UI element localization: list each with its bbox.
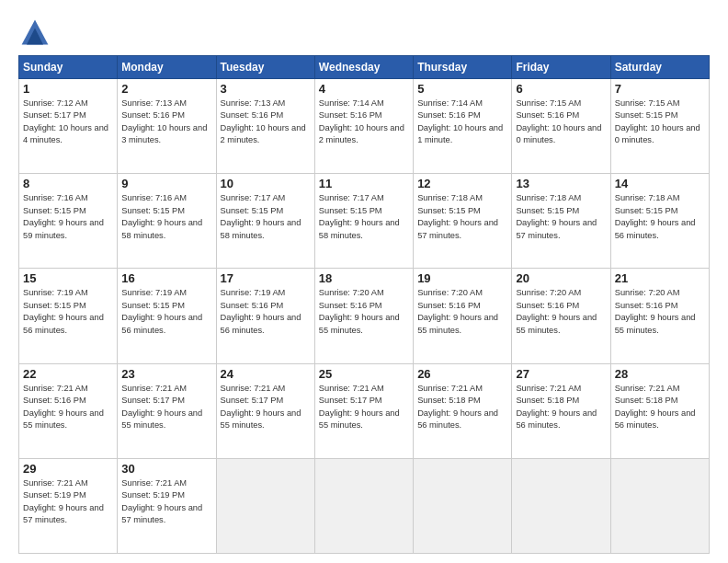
calendar-cell: 15 Sunrise: 7:19 AM Sunset: 5:15 PM Dayl… [19, 269, 118, 363]
calendar-cell: 13 Sunrise: 7:18 AM Sunset: 5:15 PM Dayl… [512, 174, 610, 269]
calendar-cell: 9 Sunrise: 7:16 AM Sunset: 5:15 PM Dayli… [118, 174, 216, 269]
calendar-week-row: 8 Sunrise: 7:16 AM Sunset: 5:15 PM Dayli… [19, 174, 710, 269]
day-number: 15 [23, 271, 113, 285]
calendar-cell: 7 Sunrise: 7:15 AM Sunset: 5:15 PM Dayli… [610, 79, 709, 174]
calendar-cell: 16 Sunrise: 7:19 AM Sunset: 5:15 PM Dayl… [118, 269, 216, 363]
day-of-week-header: Monday [118, 56, 216, 79]
calendar-week-row: 15 Sunrise: 7:19 AM Sunset: 5:15 PM Dayl… [19, 269, 710, 363]
day-number: 1 [23, 82, 113, 96]
day-info: Sunrise: 7:19 AM Sunset: 5:15 PM Dayligh… [23, 287, 113, 337]
calendar-cell: 1 Sunrise: 7:12 AM Sunset: 5:17 PM Dayli… [19, 79, 118, 174]
calendar-cell: 5 Sunrise: 7:14 AM Sunset: 5:16 PM Dayli… [414, 79, 512, 174]
calendar-cell: 29 Sunrise: 7:21 AM Sunset: 5:19 PM Dayl… [19, 458, 118, 553]
day-number: 12 [417, 177, 507, 190]
calendar-cell: 19 Sunrise: 7:20 AM Sunset: 5:16 PM Dayl… [414, 269, 512, 363]
day-number: 20 [516, 271, 606, 285]
day-of-week-header: Thursday [414, 56, 512, 79]
day-info: Sunrise: 7:20 AM Sunset: 5:16 PM Dayligh… [516, 287, 606, 337]
day-info: Sunrise: 7:13 AM Sunset: 5:16 PM Dayligh… [221, 98, 311, 147]
day-number: 27 [516, 367, 606, 381]
logo-icon [18, 15, 51, 48]
calendar-cell: 17 Sunrise: 7:19 AM Sunset: 5:16 PM Dayl… [216, 269, 314, 363]
day-number: 9 [121, 177, 211, 190]
day-info: Sunrise: 7:14 AM Sunset: 5:16 PM Dayligh… [319, 98, 409, 147]
calendar-cell: 6 Sunrise: 7:15 AM Sunset: 5:16 PM Dayli… [512, 79, 610, 174]
day-info: Sunrise: 7:21 AM Sunset: 5:16 PM Dayligh… [23, 383, 113, 432]
page: SundayMondayTuesdayWednesdayThursdayFrid… [0, 0, 728, 563]
calendar-cell: 23 Sunrise: 7:21 AM Sunset: 5:17 PM Dayl… [118, 363, 216, 458]
calendar-week-row: 22 Sunrise: 7:21 AM Sunset: 5:16 PM Dayl… [19, 363, 710, 458]
day-info: Sunrise: 7:21 AM Sunset: 5:17 PM Dayligh… [221, 383, 311, 432]
calendar-cell: 27 Sunrise: 7:21 AM Sunset: 5:18 PM Dayl… [512, 363, 610, 458]
day-info: Sunrise: 7:18 AM Sunset: 5:15 PM Dayligh… [615, 192, 705, 242]
day-number: 28 [615, 367, 705, 381]
day-info: Sunrise: 7:17 AM Sunset: 5:15 PM Dayligh… [221, 192, 311, 242]
day-info: Sunrise: 7:16 AM Sunset: 5:15 PM Dayligh… [121, 192, 211, 242]
day-number: 23 [121, 367, 211, 381]
calendar-cell: 11 Sunrise: 7:17 AM Sunset: 5:15 PM Dayl… [314, 174, 413, 269]
day-info: Sunrise: 7:20 AM Sunset: 5:16 PM Dayligh… [615, 287, 705, 337]
calendar-header: SundayMondayTuesdayWednesdayThursdayFrid… [19, 56, 710, 79]
calendar-cell: 26 Sunrise: 7:21 AM Sunset: 5:18 PM Dayl… [414, 363, 512, 458]
calendar-cell [610, 458, 709, 553]
day-info: Sunrise: 7:15 AM Sunset: 5:16 PM Dayligh… [516, 98, 606, 147]
day-info: Sunrise: 7:16 AM Sunset: 5:15 PM Dayligh… [23, 192, 113, 242]
day-number: 8 [23, 177, 113, 190]
day-number: 18 [319, 271, 409, 285]
calendar-cell [216, 458, 314, 553]
header [18, 15, 710, 48]
day-number: 6 [516, 82, 606, 96]
calendar-cell: 2 Sunrise: 7:13 AM Sunset: 5:16 PM Dayli… [118, 79, 216, 174]
day-info: Sunrise: 7:21 AM Sunset: 5:19 PM Dayligh… [121, 477, 211, 527]
day-number: 25 [319, 367, 409, 381]
calendar-cell [512, 458, 610, 553]
calendar-cell [314, 458, 413, 553]
day-info: Sunrise: 7:20 AM Sunset: 5:16 PM Dayligh… [319, 287, 409, 337]
day-info: Sunrise: 7:20 AM Sunset: 5:16 PM Dayligh… [417, 287, 507, 337]
day-info: Sunrise: 7:18 AM Sunset: 5:15 PM Dayligh… [417, 192, 507, 242]
day-number: 17 [221, 271, 311, 285]
calendar-cell: 4 Sunrise: 7:14 AM Sunset: 5:16 PM Dayli… [314, 79, 413, 174]
days-of-week-row: SundayMondayTuesdayWednesdayThursdayFrid… [19, 56, 710, 79]
day-number: 21 [615, 271, 705, 285]
calendar-cell: 30 Sunrise: 7:21 AM Sunset: 5:19 PM Dayl… [118, 458, 216, 553]
day-info: Sunrise: 7:13 AM Sunset: 5:16 PM Dayligh… [121, 98, 211, 147]
day-info: Sunrise: 7:21 AM Sunset: 5:17 PM Dayligh… [121, 383, 211, 432]
day-number: 22 [23, 367, 113, 381]
day-number: 2 [121, 82, 211, 96]
day-number: 30 [121, 462, 211, 476]
day-info: Sunrise: 7:12 AM Sunset: 5:17 PM Dayligh… [23, 98, 113, 147]
day-number: 24 [221, 367, 311, 381]
day-info: Sunrise: 7:15 AM Sunset: 5:15 PM Dayligh… [615, 98, 705, 147]
calendar-cell: 24 Sunrise: 7:21 AM Sunset: 5:17 PM Dayl… [216, 363, 314, 458]
day-of-week-header: Wednesday [314, 56, 413, 79]
calendar-week-row: 1 Sunrise: 7:12 AM Sunset: 5:17 PM Dayli… [19, 79, 710, 174]
calendar-cell: 21 Sunrise: 7:20 AM Sunset: 5:16 PM Dayl… [610, 269, 709, 363]
day-info: Sunrise: 7:21 AM Sunset: 5:17 PM Dayligh… [319, 383, 409, 432]
day-info: Sunrise: 7:21 AM Sunset: 5:19 PM Dayligh… [23, 477, 113, 527]
calendar-cell: 22 Sunrise: 7:21 AM Sunset: 5:16 PM Dayl… [19, 363, 118, 458]
day-number: 4 [319, 82, 409, 96]
day-number: 5 [417, 82, 507, 96]
day-info: Sunrise: 7:14 AM Sunset: 5:16 PM Dayligh… [417, 98, 507, 147]
calendar-cell: 25 Sunrise: 7:21 AM Sunset: 5:17 PM Dayl… [314, 363, 413, 458]
day-number: 26 [417, 367, 507, 381]
calendar-cell: 10 Sunrise: 7:17 AM Sunset: 5:15 PM Dayl… [216, 174, 314, 269]
logo [18, 15, 55, 48]
day-number: 14 [615, 177, 705, 190]
day-number: 3 [221, 82, 311, 96]
day-info: Sunrise: 7:19 AM Sunset: 5:16 PM Dayligh… [221, 287, 311, 337]
day-number: 11 [319, 177, 409, 190]
day-number: 19 [417, 271, 507, 285]
day-number: 16 [121, 271, 211, 285]
day-info: Sunrise: 7:17 AM Sunset: 5:15 PM Dayligh… [319, 192, 409, 242]
day-info: Sunrise: 7:18 AM Sunset: 5:15 PM Dayligh… [516, 192, 606, 242]
calendar-cell: 18 Sunrise: 7:20 AM Sunset: 5:16 PM Dayl… [314, 269, 413, 363]
calendar-cell: 8 Sunrise: 7:16 AM Sunset: 5:15 PM Dayli… [19, 174, 118, 269]
day-info: Sunrise: 7:19 AM Sunset: 5:15 PM Dayligh… [121, 287, 211, 337]
day-number: 7 [615, 82, 705, 96]
day-info: Sunrise: 7:21 AM Sunset: 5:18 PM Dayligh… [615, 383, 705, 432]
day-number: 29 [23, 462, 113, 476]
day-of-week-header: Saturday [610, 56, 709, 79]
calendar-cell [414, 458, 512, 553]
